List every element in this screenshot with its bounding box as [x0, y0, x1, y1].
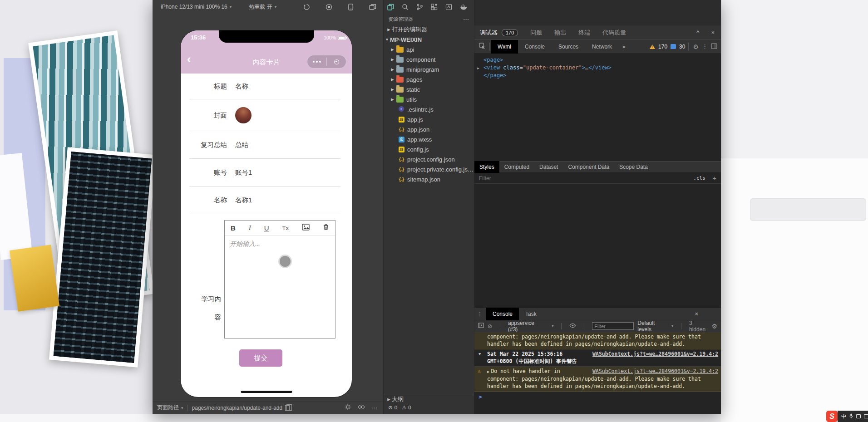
more-menu-button[interactable] — [307, 61, 326, 63]
ime-language-toggle[interactable]: 中 — [841, 413, 846, 420]
explorer-more-icon[interactable]: ⋯ — [463, 16, 469, 23]
clear-format-icon[interactable]: Tx — [282, 225, 289, 231]
hidden-messages-count[interactable]: 3 hidden — [689, 320, 708, 333]
tab-network[interactable]: Network — [585, 40, 619, 54]
wxml-page-close[interactable]: </page> — [483, 72, 507, 79]
page-path-value[interactable]: pages/neirongkapian/update-and-add — [192, 405, 283, 411]
tree-folder-pages[interactable]: ▶pages — [384, 74, 474, 84]
source-link[interactable]: WASubContext.js?t=we…28496001&v=2.19.4:2 — [592, 368, 718, 375]
tree-file-config-js[interactable]: JSconfig.js — [384, 144, 474, 154]
field-value[interactable]: 名称 — [235, 82, 248, 91]
tab-output[interactable]: 输出 — [554, 29, 566, 37]
ime-toolbox-icon[interactable] — [864, 414, 868, 418]
extensions-icon[interactable] — [431, 4, 438, 10]
trash-icon[interactable] — [323, 224, 329, 232]
tab-console-panel[interactable]: Console — [486, 308, 519, 320]
files-icon[interactable] — [387, 4, 394, 10]
drag-handle-icon[interactable]: ⋮ — [474, 311, 486, 317]
tab-computed[interactable]: Computed — [499, 161, 534, 173]
tree-file-sitemap[interactable]: {..}sitemap.json — [384, 174, 474, 184]
submit-button[interactable]: 提交 — [239, 349, 282, 367]
tab-debugger[interactable]: 调试器 170 — [480, 29, 518, 37]
expand-icon[interactable]: ▶ — [487, 369, 489, 374]
tree-file-app-wxss[interactable]: 3app.wxss — [384, 134, 474, 144]
console-warning-handler[interactable]: ⚠ WASubContext.js?t=we…28496001&v=2.19.4… — [474, 367, 721, 392]
refresh-button[interactable] — [303, 4, 310, 10]
ime-keyboard-icon[interactable] — [856, 414, 861, 418]
console-filter-input[interactable] — [592, 322, 634, 330]
console-warning-partial[interactable]: component: pages/neirongkapian/update-an… — [474, 332, 721, 349]
outline-section[interactable]: ▶ 大纲 — [384, 394, 474, 404]
close-miniprogram-button[interactable] — [327, 59, 346, 64]
multi-window-button[interactable] — [369, 4, 376, 10]
log-levels-selector[interactable]: Default levels — [637, 320, 667, 333]
new-style-rule-button[interactable]: + — [713, 175, 716, 182]
ime-mic-icon[interactable] — [849, 413, 853, 419]
kebab-menu-icon[interactable]: ⋮ — [702, 43, 708, 50]
bold-icon[interactable]: B — [231, 224, 236, 232]
live-expression-eye-icon[interactable] — [569, 323, 576, 329]
wxml-page-open[interactable]: <page> — [483, 57, 503, 63]
tree-section-open-editors[interactable]: ▶ 打开的编辑器 — [384, 25, 474, 34]
wxml-view-node[interactable]: ▶ <view class="update-container">…</view… — [477, 64, 721, 72]
cover-image[interactable] — [235, 107, 252, 123]
settings-gear-icon[interactable]: ⚙ — [693, 43, 699, 50]
eye-icon[interactable] — [358, 404, 365, 411]
editor-input-area[interactable]: 开始输入... — [229, 240, 335, 248]
more-tabs-icon[interactable]: » — [619, 44, 629, 50]
tab-styles[interactable]: Styles — [474, 161, 499, 173]
rich-text-editor[interactable]: B I U Tx 开始输入... — [224, 220, 335, 339]
tree-folder-static[interactable]: ▶static — [384, 84, 474, 94]
console-settings-icon[interactable]: ⚙ — [711, 323, 717, 330]
phone-orientation-button[interactable] — [348, 4, 354, 10]
execution-context-selector[interactable]: appservice (#3) — [508, 320, 542, 333]
snippets-icon[interactable] — [445, 4, 452, 10]
console-sidebar-icon[interactable] — [478, 323, 484, 329]
problems-status[interactable]: ⊘0 ⚠0 — [388, 404, 411, 411]
docker-icon[interactable] — [460, 4, 467, 10]
search-icon[interactable] — [402, 4, 409, 10]
tab-console[interactable]: Console — [518, 40, 552, 54]
tree-folder-component[interactable]: ▶component — [384, 54, 474, 64]
record-button[interactable] — [326, 4, 332, 10]
sogou-logo-icon[interactable]: S — [826, 411, 838, 422]
tree-folder-utils[interactable]: ▶utils — [384, 94, 474, 104]
page-path-selector[interactable]: 页面路径 — [157, 404, 179, 412]
tree-file-app-js[interactable]: JSapp.js — [384, 114, 474, 124]
field-value[interactable]: 账号1 — [235, 168, 252, 177]
tree-folder-miniprogram[interactable]: ▶miniprogram — [384, 64, 474, 74]
underline-icon[interactable]: U — [264, 224, 269, 232]
tree-folder-api[interactable]: ▶api — [384, 44, 474, 54]
styles-filter-input[interactable] — [479, 175, 693, 182]
more-options-icon[interactable]: ⋯ — [372, 405, 377, 411]
collapse-icon[interactable]: ▼ — [478, 350, 481, 358]
tab-component-data[interactable]: Component Data — [563, 161, 614, 173]
tab-wxml[interactable]: Wxml — [491, 40, 518, 54]
tab-scope-data[interactable]: Scope Data — [614, 161, 653, 173]
issues-count[interactable]: 30 — [679, 44, 685, 50]
dock-side-icon[interactable] — [711, 43, 717, 50]
italic-icon[interactable]: I — [249, 224, 251, 232]
close-console-icon[interactable]: × — [695, 310, 698, 317]
toggle-class-button[interactable]: .cls — [693, 175, 705, 181]
copy-icon[interactable] — [285, 405, 290, 411]
inspect-element-icon[interactable] — [479, 43, 486, 51]
tab-problems[interactable]: 问题 — [530, 29, 542, 37]
tab-sources[interactable]: Sources — [552, 40, 585, 54]
tree-file-eslintrc[interactable]: .eslintrc.js — [384, 104, 474, 114]
field-value[interactable]: 名称1 — [235, 196, 252, 205]
hot-reload-toggle[interactable]: 热重载 开 — [249, 3, 272, 11]
tree-file-project-private-config[interactable]: {..}project.private.config.js… — [384, 164, 474, 174]
collapse-panel-icon[interactable]: ^ — [696, 29, 699, 36]
tab-dataset[interactable]: Dataset — [534, 161, 563, 173]
tab-terminal[interactable]: 终端 — [578, 29, 590, 37]
tree-root-project[interactable]: ▼ MP-WEIXIN — [384, 34, 474, 44]
close-panel-icon[interactable]: × — [711, 29, 715, 36]
clear-console-icon[interactable]: ⊘ — [488, 323, 492, 329]
device-selector[interactable]: iPhone 12/13 mini 100% 16 — [161, 4, 227, 10]
compile-settings-icon[interactable] — [345, 404, 351, 412]
expand-icon[interactable]: ▶ — [477, 64, 479, 72]
field-value[interactable]: 总结 — [235, 141, 248, 149]
tab-code-quality[interactable]: 代码质量 — [602, 29, 626, 37]
console-prompt[interactable]: > — [474, 392, 721, 402]
